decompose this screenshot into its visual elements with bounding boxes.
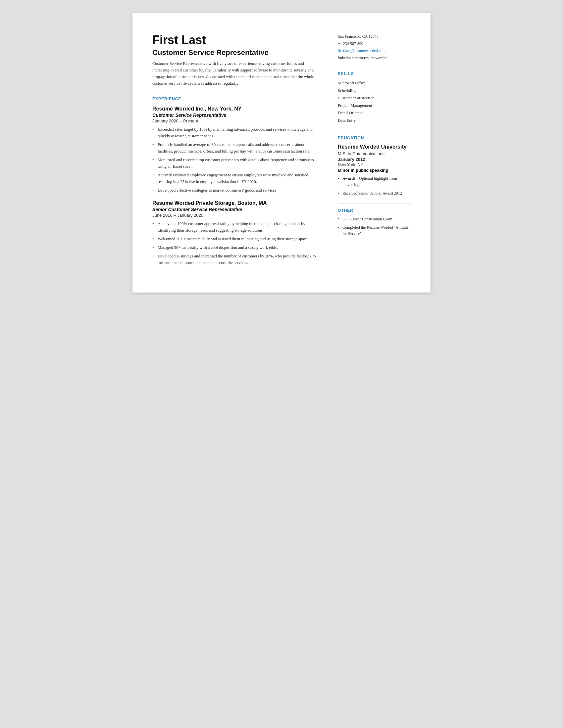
candidate-title: Customer Service Representative: [152, 48, 318, 57]
job-2-company-name: Resume Worded Private Storage,: [152, 200, 236, 206]
contact-phone: +1 234 567-890: [338, 40, 411, 48]
job-2-bullets: Achieved a 100% customer approval rating…: [152, 220, 318, 266]
email-link[interactable]: first.last@resumeworded.com: [338, 48, 386, 53]
skills-section-label: SKILLS: [338, 71, 411, 76]
experience-section-label: EXPERIENCE: [152, 97, 318, 101]
other-item: SCP Career Certification Exam: [338, 216, 411, 222]
other-section-label: OTHER: [338, 203, 411, 213]
candidate-name: First Last: [152, 33, 318, 47]
bullet-item: Exceeded sales target by 18% by maintain…: [152, 126, 318, 139]
job-2-role: Senior Customer Service Representative: [152, 207, 318, 212]
bullet-item: Managed 50+ calls daily with a cool disp…: [152, 244, 318, 251]
edu-bullets: Awards: [Optional highlight from univers…: [338, 175, 411, 197]
job-1-role: Customer Service Representative: [152, 113, 318, 118]
bullet-item: Achieved a 100% customer approval rating…: [152, 220, 318, 234]
job-2-company: Resume Worded Private Storage, Boston, M…: [152, 200, 318, 206]
job-2: Resume Worded Private Storage, Boston, M…: [152, 200, 318, 266]
job-1-company-name: Resume Worded Inc.,: [152, 106, 206, 112]
skill-item: Microsoft Office: [338, 79, 411, 87]
right-column: San Francisco, CA 12345 +1 234 567-890 f…: [331, 33, 411, 273]
edu-bullet-award2: Received Senior Scholar Award 2012: [338, 190, 411, 197]
job-1-dates: January 2020 – Present: [152, 118, 318, 123]
edu-school: Resume Worded University: [338, 144, 411, 151]
bullet-item: Actively evaluated employee engagement t…: [152, 172, 318, 185]
bullet-item: Developed E-surveys and increased the nu…: [152, 253, 318, 266]
education-section-label: EDUCATION: [338, 131, 411, 140]
left-column: First Last Customer Service Representati…: [152, 33, 331, 273]
contact-linkedin: linkedin.com/in/resumeworded: [338, 55, 411, 62]
edu-minor: Minor in public speaking: [338, 168, 411, 173]
job-1-company: Resume Worded Inc., New York, NY: [152, 106, 318, 112]
contact-info: San Francisco, CA 12345 +1 234 567-890 f…: [338, 33, 411, 62]
contact-address: San Francisco, CA 12345: [338, 33, 411, 40]
resume-page: First Last Customer Service Representati…: [132, 13, 431, 293]
job-2-location: Boston, MA: [237, 200, 267, 206]
skill-item: Detail Oriented: [338, 109, 411, 117]
other-bullets: SCP Career Certification Exam Completed …: [338, 216, 411, 237]
bullet-item: Promptly handled an average of 80 custom…: [152, 141, 318, 155]
bullet-item: Welcomed 20+ customers daily and assiste…: [152, 236, 318, 242]
edu-degree: M.S. in Communications: [338, 151, 411, 156]
bullet-item: Monitored and recorded top customer grie…: [152, 157, 318, 170]
job-1-location: New York, NY: [208, 106, 242, 112]
skill-item: Customer Satisfaction: [338, 94, 411, 102]
contact-email: first.last@resumeworded.com: [338, 47, 411, 55]
edu-location: New York, NY: [338, 162, 411, 167]
education-block: Resume Worded University M.S. in Communi…: [338, 144, 411, 196]
skill-item: Scheduling: [338, 87, 411, 95]
skill-item: Project Management: [338, 102, 411, 110]
edu-bullet-awards: Awards: [Optional highlight from univers…: [338, 175, 411, 188]
edu-date: January 2012: [338, 157, 411, 162]
job-1: Resume Worded Inc., New York, NY Custome…: [152, 106, 318, 194]
job-1-bullets: Exceeded sales target by 18% by maintain…: [152, 126, 318, 194]
awards-label: Awards:: [343, 176, 357, 181]
summary-text: Customer Service Representative with fiv…: [152, 60, 318, 87]
other-item: Completed the Resume Worded "Attitude fo…: [338, 224, 411, 237]
job-2-dates: June 2016 – January 2020: [152, 213, 318, 218]
skills-list: Microsoft Office Scheduling Customer Sat…: [338, 79, 411, 124]
bullet-item: Developed effective strategies to market…: [152, 187, 318, 194]
skill-item: Data Entry: [338, 117, 411, 124]
